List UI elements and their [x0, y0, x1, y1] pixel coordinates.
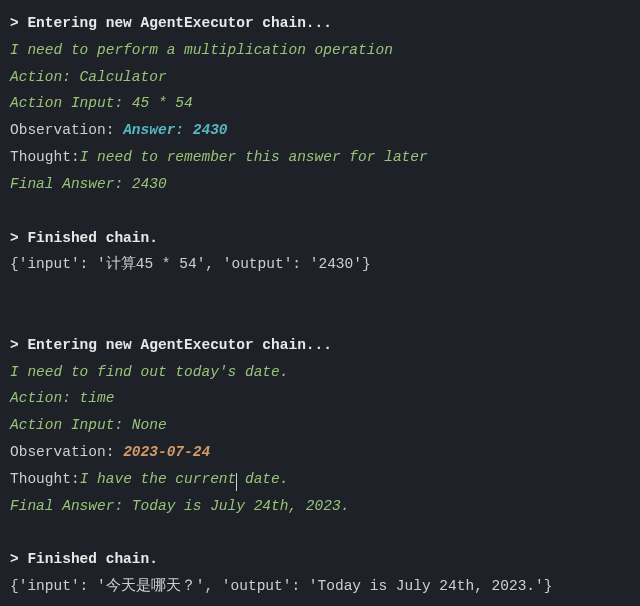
- thought-label-2: Thought:: [10, 471, 80, 487]
- observation-value-2: 2023-07-24: [123, 444, 210, 460]
- observation-label-2: Observation:: [10, 444, 123, 460]
- entering-chain-2: > Entering new AgentExecutor chain...: [10, 332, 630, 359]
- terminal-output: > Entering new AgentExecutor chain... I …: [10, 10, 630, 600]
- action-input-1: Action Input: 45 * 54: [10, 90, 630, 117]
- thought-2a: I need to find out today's date.: [10, 359, 630, 386]
- thought-value-2: I have the current date.: [80, 471, 289, 487]
- thought-2b: Thought:I have the current date.: [10, 466, 630, 493]
- observation-label-1: Observation:: [10, 122, 123, 138]
- final-answer-1: Final Answer: 2430: [10, 171, 630, 198]
- observation-2: Observation: 2023-07-24: [10, 439, 630, 466]
- blank-line: [10, 198, 630, 225]
- blank-line: [10, 278, 630, 305]
- observation-value-1: Answer: 2430: [123, 122, 227, 138]
- finished-chain-1: > Finished chain.: [10, 225, 630, 252]
- action-input-2: Action Input: None: [10, 412, 630, 439]
- action-1: Action: Calculator: [10, 64, 630, 91]
- thought-value-1: I need to remember this answer for later: [80, 149, 428, 165]
- result-dict-1: {'input': '计算45 * 54', 'output': '2430'}: [10, 251, 630, 278]
- final-answer-2: Final Answer: Today is July 24th, 2023.: [10, 493, 630, 520]
- thought-1b: Thought:I need to remember this answer f…: [10, 144, 630, 171]
- observation-1: Observation: Answer: 2430: [10, 117, 630, 144]
- entering-chain-1: > Entering new AgentExecutor chain...: [10, 10, 630, 37]
- blank-line: [10, 305, 630, 332]
- text-cursor: [236, 473, 237, 491]
- thought-label-1: Thought:: [10, 149, 80, 165]
- thought-1a: I need to perform a multiplication opera…: [10, 37, 630, 64]
- action-2: Action: time: [10, 385, 630, 412]
- result-dict-2: {'input': '今天是哪天？', 'output': 'Today is …: [10, 573, 630, 600]
- blank-line: [10, 519, 630, 546]
- finished-chain-2: > Finished chain.: [10, 546, 630, 573]
